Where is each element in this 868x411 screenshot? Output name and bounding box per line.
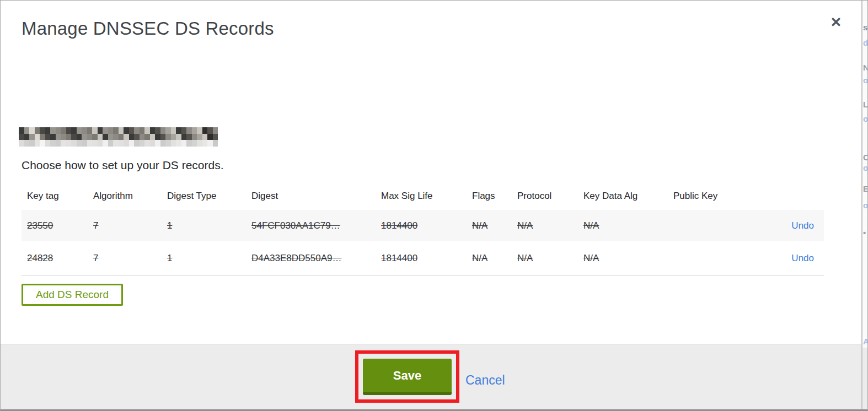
undo-link[interactable]: Undo bbox=[791, 220, 814, 231]
screenshot-frame: Manage DNSSEC DS Records ✕ Choose how to… bbox=[0, 0, 868, 411]
undo-link[interactable]: Undo bbox=[791, 253, 814, 263]
ds-record-row: 235507154FCF030AA1C79…1814400N/AN/AN/AUn… bbox=[22, 210, 824, 241]
ds-records-table: Key tagAlgorithmDigest TypeDigestMax Sig… bbox=[22, 182, 824, 276]
column-header: Public Key bbox=[673, 191, 751, 202]
column-header: Digest bbox=[251, 191, 381, 202]
cell-max-sig-life: 1814400 bbox=[381, 220, 472, 231]
column-header: Algorithm bbox=[93, 191, 167, 202]
cell-max-sig-life: 1814400 bbox=[381, 253, 472, 264]
pixelation-row bbox=[19, 127, 218, 134]
cancel-link[interactable]: Cancel bbox=[465, 373, 505, 388]
clipped-text-fragment: A bbox=[863, 337, 867, 346]
annotation-highlight-box: Save bbox=[355, 350, 459, 403]
cell-key-tag: 23550 bbox=[27, 220, 93, 231]
column-header: Key tag bbox=[27, 191, 93, 202]
table-header-row: Key tagAlgorithmDigest TypeDigestMax Sig… bbox=[22, 182, 824, 210]
clipped-text-fragment: N bbox=[863, 63, 867, 72]
column-header: Protocol bbox=[517, 191, 583, 202]
clipped-text-fragment: • bbox=[863, 228, 866, 237]
pixelation-row bbox=[19, 140, 218, 147]
cell-flags: N/A bbox=[472, 253, 517, 264]
clipped-text-fragment: o bbox=[863, 114, 867, 123]
action-cell: Undo bbox=[751, 253, 824, 264]
save-button[interactable]: Save bbox=[363, 359, 452, 395]
pixelation-row bbox=[19, 134, 218, 140]
modal-footer: Save Cancel bbox=[1, 344, 861, 410]
add-ds-record-button[interactable]: Add DS Record bbox=[22, 284, 123, 306]
clipped-text-fragment: o bbox=[863, 163, 867, 172]
cell-key-data-alg: N/A bbox=[583, 220, 673, 231]
cell-key-tag: 24828 bbox=[27, 253, 93, 264]
column-header: Digest Type bbox=[167, 191, 251, 202]
table-body: 235507154FCF030AA1C79…1814400N/AN/AN/AUn… bbox=[22, 210, 824, 276]
clipped-text-fragment: o bbox=[863, 75, 867, 85]
clipped-text-fragment: o bbox=[863, 201, 867, 210]
clipped-text-fragment: s bbox=[863, 23, 867, 32]
clipped-text-fragment: E bbox=[863, 184, 867, 193]
column-header: Key Data Alg bbox=[583, 191, 673, 202]
background-page-strip: sdNoLoCoEo•A bbox=[862, 1, 867, 409]
clipped-text-fragment: C bbox=[863, 153, 867, 162]
cell-algorithm: 7 bbox=[93, 253, 167, 264]
cell-protocol: N/A bbox=[517, 220, 583, 231]
column-header: Flags bbox=[472, 191, 517, 202]
page-title: Manage DNSSEC DS Records bbox=[22, 18, 274, 39]
background-page-footer bbox=[862, 348, 867, 409]
column-header: Max Sig Life bbox=[381, 191, 472, 202]
cell-key-data-alg: N/A bbox=[583, 253, 673, 264]
cell-protocol: N/A bbox=[517, 253, 583, 264]
cell-digest: 54FCF030AA1C79… bbox=[251, 220, 381, 231]
close-icon[interactable]: ✕ bbox=[827, 13, 845, 31]
cell-digest-type: 1 bbox=[167, 220, 251, 231]
clipped-text-fragment: L bbox=[863, 100, 867, 109]
clipped-text-fragment: d bbox=[863, 38, 867, 47]
cell-flags: N/A bbox=[472, 220, 517, 231]
manage-dnssec-modal: Manage DNSSEC DS Records ✕ Choose how to… bbox=[1, 1, 862, 410]
cell-digest-type: 1 bbox=[167, 253, 251, 264]
action-cell: Undo bbox=[751, 220, 824, 231]
ds-record-row: 2482871D4A33E8DD550A9…1814400N/AN/AN/AUn… bbox=[22, 241, 824, 276]
redacted-domain-name bbox=[19, 127, 218, 147]
intro-text: Choose how to set up your DS records. bbox=[22, 159, 224, 172]
cell-algorithm: 7 bbox=[93, 220, 167, 231]
cell-digest: D4A33E8DD550A9… bbox=[251, 253, 381, 264]
